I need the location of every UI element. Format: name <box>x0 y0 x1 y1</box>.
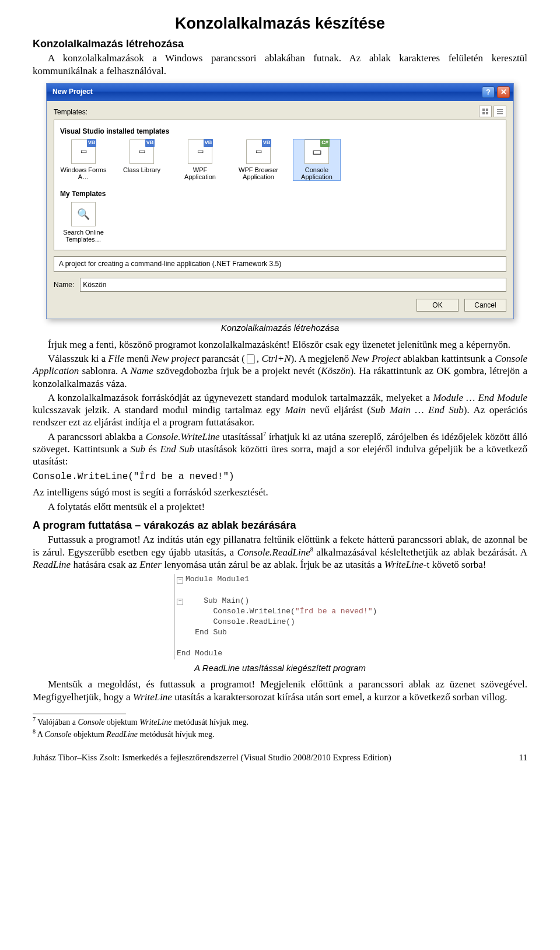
page-title: Konzolalkalmazás készítése <box>33 14 527 34</box>
dialog-title: New Project <box>52 88 93 96</box>
template-label: Console Application <box>293 166 340 180</box>
help-button[interactable]: ? <box>482 86 495 98</box>
template-label: Search Online Templates… <box>60 229 107 243</box>
view-large-icons[interactable] <box>479 106 492 117</box>
svg-rect-4 <box>497 109 503 110</box>
template-description: A project for creating a command-line ap… <box>54 256 506 272</box>
template-class-library[interactable]: ▭VB Class Library <box>118 139 165 180</box>
template-search-online[interactable]: 🔍 Search Online Templates… <box>60 202 107 243</box>
form-icon: ▭ <box>80 147 87 156</box>
para-4: A parancssori ablakba a Console.WriteLin… <box>33 431 527 468</box>
outline-collapse-icon: − <box>177 599 183 605</box>
footnote-8: 8 A Console objektum ReadLine metódusát … <box>33 728 527 739</box>
group-installed: Visual Studio installed templates <box>60 127 500 136</box>
file-icon <box>247 354 255 364</box>
group-my-templates: My Templates <box>60 190 500 198</box>
svg-rect-6 <box>497 113 503 114</box>
dialog-body: Templates: Visual Studio installed templ… <box>47 101 513 319</box>
vb-badge-icon: VB <box>204 139 213 147</box>
name-label: Name: <box>54 281 74 289</box>
template-label: WPF Browser Application <box>235 166 282 180</box>
svg-rect-2 <box>482 112 485 114</box>
console-icon: ▭ <box>312 145 322 159</box>
footnote-separator <box>33 714 126 714</box>
template-console-app[interactable]: ▭C# Console Application <box>293 139 340 180</box>
svg-rect-0 <box>482 109 485 111</box>
vb-badge-icon: VB <box>87 139 96 147</box>
page-footer: Juhász Tibor–Kiss Zsolt: Ismerkedés a fe… <box>33 752 527 763</box>
template-label: WPF Application <box>177 166 223 180</box>
code-gutter <box>162 574 175 659</box>
footer-left: Juhász Tibor–Kiss Zsolt: Ismerkedés a fe… <box>33 752 391 763</box>
library-icon: ▭ <box>139 147 145 156</box>
close-button[interactable]: ✕ <box>497 86 510 98</box>
dialog-titlebar: New Project ? ✕ <box>47 83 513 101</box>
template-wpf-browser[interactable]: ▭VB WPF Browser Application <box>235 139 282 180</box>
section2-heading: A program futtatása – várakozás az ablak… <box>33 519 527 532</box>
para-7: Futtassuk a programot! Az indítás után e… <box>33 533 527 571</box>
figure-caption-2: A ReadLine utasítással kiegészített prog… <box>33 663 527 674</box>
svg-rect-5 <box>497 111 503 113</box>
templates-panel: Visual Studio installed templates ▭VB Wi… <box>54 120 506 250</box>
template-windows-forms[interactable]: ▭VB Windows Forms A… <box>60 139 107 180</box>
vb-badge-icon: VB <box>262 139 271 147</box>
search-online-icon: 🔍 <box>77 208 90 221</box>
para-2b: Válasszuk ki a File menü New project par… <box>33 352 527 390</box>
svg-rect-1 <box>486 109 488 111</box>
new-project-dialog: New Project ? ✕ Templates: Visual Studio… <box>46 83 514 319</box>
code-figure: −Module Module1 − Sub Main() Console.Wri… <box>162 574 398 659</box>
cs-badge-icon: C# <box>320 139 330 147</box>
wpf-icon: ▭ <box>197 147 204 156</box>
footnote-7: 7 Valójában a Console objektum WriteLine… <box>33 716 527 727</box>
outline-collapse-icon: − <box>177 577 183 584</box>
view-list[interactable] <box>494 106 506 117</box>
para-2a: Írjuk meg a fenti, köszönő programot kon… <box>33 338 527 351</box>
template-wpf-app[interactable]: ▭VB WPF Application <box>177 139 223 180</box>
template-label: Windows Forms A… <box>60 166 107 180</box>
view-mode-buttons <box>479 106 506 117</box>
template-label: Class Library <box>123 166 160 173</box>
cancel-button[interactable]: Cancel <box>464 299 506 312</box>
vb-badge-icon: VB <box>145 139 155 147</box>
project-name-input[interactable] <box>80 278 506 292</box>
svg-rect-3 <box>486 112 488 114</box>
page-number: 11 <box>519 752 527 763</box>
ok-button[interactable]: OK <box>416 299 459 312</box>
para-8: Mentsük a megoldást, és futtassuk a prog… <box>33 678 527 703</box>
figure-caption-1: Konzolalkalmazás létrehozása <box>33 323 527 334</box>
para-6: A folytatás előtt mentsük el a projektet… <box>33 501 527 513</box>
section1-heading: Konzolalkalmazás létrehozása <box>33 37 527 51</box>
para-intro: A konzolalkalmazások a Windows parancsso… <box>33 52 527 77</box>
browser-icon: ▭ <box>256 147 262 156</box>
templates-label: Templates: <box>54 108 88 117</box>
para-5: Az intelligens súgó most is segíti a for… <box>33 486 527 498</box>
para-3: A konzolalkalmazások forráskódját az úgy… <box>33 392 527 429</box>
titlebar-buttons: ? ✕ <box>482 86 510 98</box>
code-line-1: Console.WriteLine("Írd be a neved!") <box>33 471 527 483</box>
